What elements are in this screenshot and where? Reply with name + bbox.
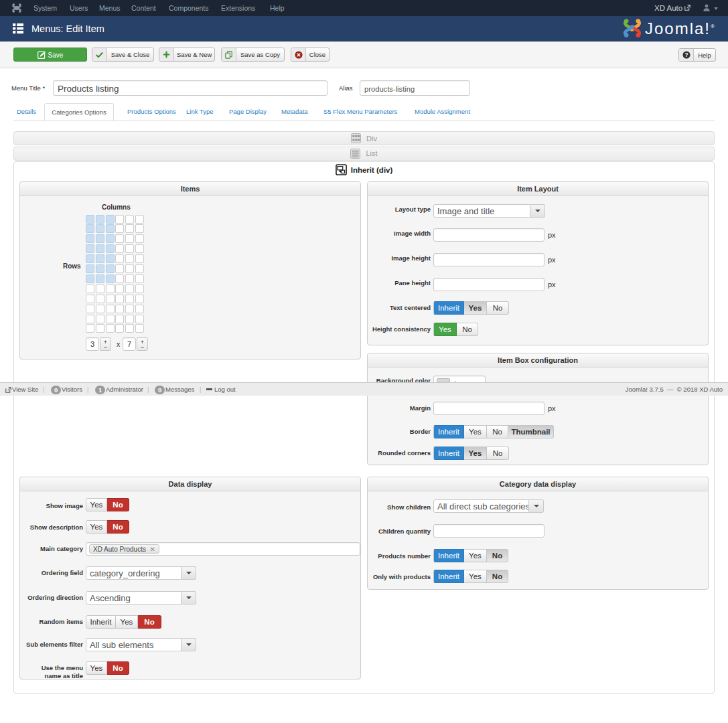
svg-text:?: ?	[684, 52, 688, 58]
